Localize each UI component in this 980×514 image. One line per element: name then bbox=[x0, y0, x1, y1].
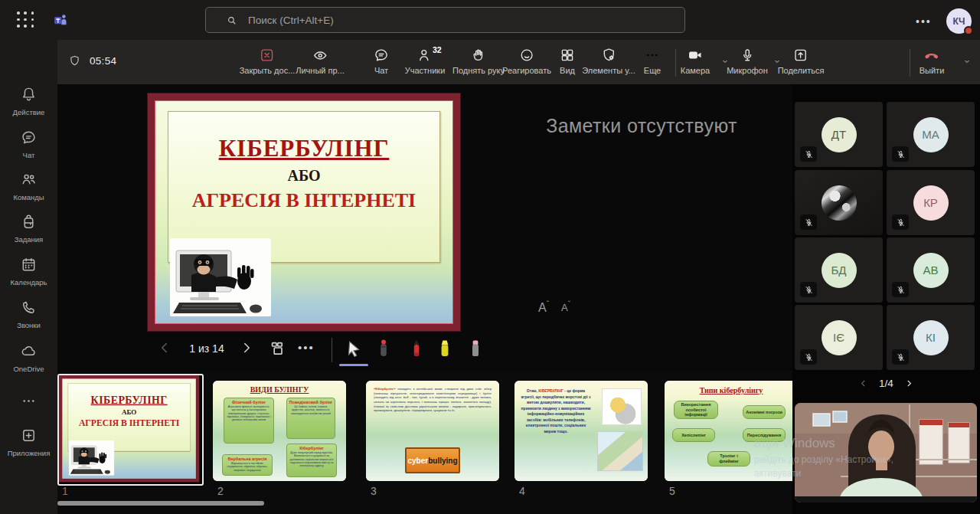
leave-button[interactable]: Выйти bbox=[920, 47, 945, 75]
avatar[interactable]: КЧ bbox=[946, 8, 972, 34]
share-tray-icon bbox=[792, 47, 809, 64]
chevron-down-icon[interactable] bbox=[962, 55, 972, 64]
participant-tile[interactable]: АВ bbox=[887, 237, 975, 303]
sidebar-item-onedrive[interactable]: OneDrive bbox=[0, 342, 57, 373]
pagination-next-icon[interactable] bbox=[904, 378, 914, 388]
chat-bubble-icon bbox=[373, 47, 390, 64]
participant-tile[interactable]: ДТ bbox=[795, 102, 883, 167]
filmstrip-scrollbar[interactable] bbox=[57, 501, 264, 506]
cyberbullying-logo: cyberbullying bbox=[405, 447, 460, 473]
pagination-prev-icon[interactable] bbox=[858, 378, 868, 388]
filmstrip-thumbnail-5[interactable]: Типи кібербулінгуВикористання особистої … bbox=[665, 381, 792, 481]
mic-muted-icon bbox=[892, 282, 909, 297]
tool-eraser[interactable] bbox=[462, 335, 488, 362]
participant-tile[interactable]: БД bbox=[795, 237, 883, 303]
previous-slide-button[interactable] bbox=[156, 339, 173, 359]
filmstrip-thumbnail-3[interactable]: «Кібербулінг» походить з англійської мов… bbox=[366, 381, 499, 481]
bullying-type-box: Фізичний булінгАгресивне фізичне залякув… bbox=[224, 398, 274, 444]
sidebar-item-calls[interactable]: Звонки bbox=[0, 299, 57, 329]
sidebar-item-chat[interactable]: Чат bbox=[0, 129, 57, 159]
notes-empty-text: Заметки отсутствуют bbox=[488, 115, 795, 137]
shield-icon bbox=[68, 54, 81, 67]
search-icon bbox=[226, 15, 237, 26]
tiles-pagination: 1/4 bbox=[792, 378, 980, 389]
cyberbullying-type-box: Використання особистої інформації bbox=[674, 401, 718, 419]
toolbar-button-room-elements[interactable]: Элементы у... bbox=[582, 47, 635, 75]
search-input[interactable]: Поиск (Ctrl+Alt+E) bbox=[205, 7, 685, 33]
cloud-icon bbox=[20, 342, 38, 363]
font-increase-button[interactable]: Aˆ bbox=[538, 300, 549, 315]
sidebar-item-teams[interactable]: Команды bbox=[0, 171, 57, 201]
meeting-toolbar: 05:54 Закрыть дос...Личный пр...Чат32Уча… bbox=[57, 40, 980, 84]
participant-tile[interactable] bbox=[795, 170, 883, 235]
toolbar-button-share[interactable]: Поделиться bbox=[778, 47, 825, 75]
titlebar-more-icon[interactable]: ••• bbox=[916, 15, 932, 28]
toolbar-button-more[interactable]: Еще bbox=[644, 47, 661, 75]
sidebar-item-apps[interactable]: Приложения bbox=[0, 427, 57, 457]
participant-tile[interactable]: ІЄ bbox=[795, 305, 883, 370]
sidebar-item-more[interactable] bbox=[0, 392, 57, 413]
toolbar-button-react[interactable]: Реагировать bbox=[502, 47, 551, 75]
slide-grid-view-icon[interactable] bbox=[269, 339, 287, 361]
box-text: Це бойкот, плітки, інтриги, здирство, ша… bbox=[289, 405, 333, 415]
app-sidebar: ДействиеЧатКомандыЗаданияКалендарьЗвонки… bbox=[0, 40, 57, 514]
next-slide-button[interactable] bbox=[238, 339, 255, 359]
box-text: Агресивне фізичне залякування, що поляга… bbox=[226, 405, 272, 422]
thumbnail-number: 3 bbox=[371, 485, 377, 497]
box-heading: Вербальна агресія bbox=[224, 457, 270, 461]
sidebar-item-calendar[interactable]: Календарь bbox=[0, 256, 57, 286]
participant-avatar: КІ bbox=[913, 320, 949, 355]
notes-font-controls: Aˆ Aˇ bbox=[538, 300, 570, 315]
phone-icon bbox=[20, 299, 38, 319]
tool-pen[interactable] bbox=[403, 335, 430, 362]
box-text: Дуже популярний серед підлітків. Виявляє… bbox=[289, 451, 335, 468]
tool-pointer-selected[interactable] bbox=[341, 335, 367, 362]
meeting-timer: 05:54 bbox=[68, 54, 116, 67]
slide-navigation-bar: 1 из 14 ••• bbox=[57, 333, 792, 372]
sidebar-item-activity[interactable]: Действие bbox=[0, 86, 57, 116]
stop-share-icon bbox=[259, 47, 276, 64]
thumbnail-slide-content: «Кібербулінг» походить з англійської мов… bbox=[366, 381, 499, 481]
toolbar-button-private-view[interactable]: Личный пр... bbox=[296, 47, 345, 75]
toolbar-button-camera[interactable]: Камера bbox=[681, 47, 710, 75]
participant-tile[interactable]: КІ bbox=[887, 305, 975, 370]
participant-tile[interactable]: МА bbox=[887, 102, 975, 167]
toolbar-button-view[interactable]: Вид bbox=[559, 47, 576, 75]
cyberbullying-type-box: Хепіслепінг bbox=[672, 428, 715, 442]
cyberbullying-type-box: Переслідування bbox=[743, 428, 786, 442]
sidebar-item-label: Календарь bbox=[11, 278, 47, 286]
teams-logo-icon bbox=[52, 11, 69, 28]
thumbnail-number: 2 bbox=[217, 485, 224, 497]
sidebar-item-label: Приложения bbox=[8, 449, 51, 457]
definition-text: «Кібербулінг» походить з англійської мов… bbox=[374, 387, 492, 413]
filmstrip-thumbnail-4[interactable]: Отже, КІБЕРБУЛІНГ - це форма агресії, що… bbox=[514, 381, 648, 481]
nav-more-icon[interactable]: ••• bbox=[298, 341, 315, 354]
presenter-video-tile[interactable] bbox=[795, 403, 977, 503]
mic-muted-icon bbox=[892, 214, 909, 230]
current-slide[interactable]: КІБЕРБУЛІНГАБОАГРЕСІЯ В ІНТЕРНЕТІ bbox=[148, 93, 460, 331]
toolbar-button-raise-hand[interactable]: Поднять руку bbox=[452, 47, 505, 75]
toolbar-button-participants[interactable]: 32Участники bbox=[405, 47, 446, 75]
sidebar-item-label: Команды bbox=[13, 193, 44, 201]
filmstrip-thumbnail-1[interactable]: КІБЕРБУЛІНГАБОАГРЕСІЯ В ІНТЕРНЕТІ bbox=[57, 374, 204, 486]
presenter-webcam-scene bbox=[795, 403, 977, 503]
toolbar-button-stop-share[interactable]: Закрыть дос... bbox=[240, 47, 296, 75]
filmstrip-thumbnail-2[interactable]: ВИДИ БУЛІНГУФізичний булінгАгресивне фіз… bbox=[213, 381, 346, 481]
font-decrease-button[interactable]: Aˇ bbox=[561, 300, 570, 315]
tool-highlighter[interactable] bbox=[432, 335, 458, 362]
cyberbullying-type-box: Тролінг і флеймінг bbox=[707, 451, 750, 467]
mic-muted-icon bbox=[800, 282, 817, 297]
box-heading: Фізичний булінг bbox=[226, 400, 272, 404]
toolbar-button-label: Чат bbox=[374, 66, 388, 75]
sidebar-item-tasks[interactable]: Задания bbox=[0, 213, 57, 244]
type-label: Анонімні погрози bbox=[746, 410, 782, 415]
slide-title: КІБЕРБУЛІНГ bbox=[68, 394, 190, 406]
toolbar-button-mic[interactable]: Микрофон bbox=[727, 47, 768, 75]
type-label: Тролінг і флеймінг bbox=[710, 453, 748, 463]
app-launcher-waffle-icon[interactable] bbox=[17, 11, 35, 28]
participant-tile[interactable]: КР bbox=[887, 170, 975, 235]
toolbar-button-chat[interactable]: Чат bbox=[373, 47, 390, 75]
apps-plus-icon bbox=[20, 427, 38, 447]
tool-laser[interactable] bbox=[371, 335, 397, 362]
mic-muted-icon bbox=[892, 146, 909, 162]
